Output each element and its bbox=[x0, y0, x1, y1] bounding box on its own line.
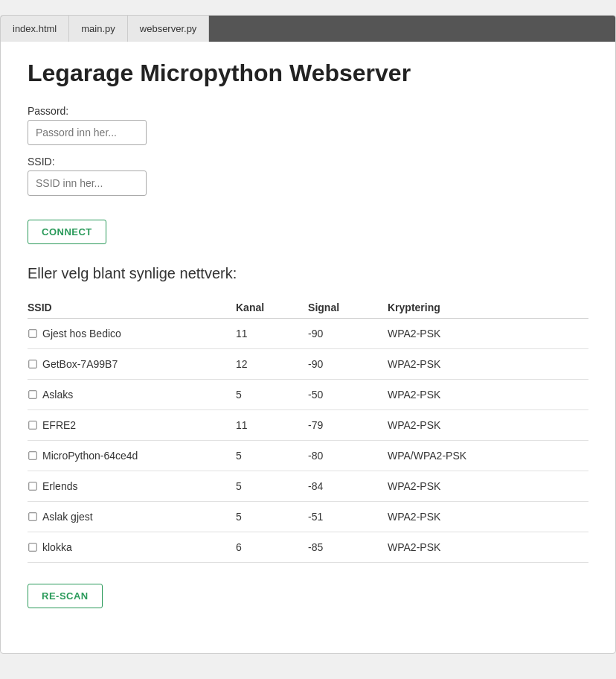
browser-window: index.html main.py webserver.py Legarage… bbox=[0, 15, 616, 654]
wifi-icon bbox=[28, 542, 38, 552]
network-encryption: WPA2-PSK bbox=[388, 349, 588, 380]
tab-main-py[interactable]: main.py bbox=[69, 16, 128, 42]
network-ssid-cell: klokka bbox=[28, 532, 236, 563]
wifi-icon bbox=[28, 359, 38, 369]
network-channel: 5 bbox=[236, 502, 308, 532]
wifi-icon bbox=[28, 420, 38, 430]
ssid-name: Erlends bbox=[42, 480, 77, 492]
wifi-icon bbox=[28, 481, 38, 491]
svg-rect-7 bbox=[29, 543, 37, 552]
wifi-icon bbox=[28, 328, 38, 339]
network-ssid-cell: GetBox-7A99B7 bbox=[28, 349, 236, 380]
ssid-name: Aslaks bbox=[42, 389, 73, 401]
ssid-input[interactable] bbox=[28, 170, 147, 196]
table-row[interactable]: Aslak gjest 5-51WPA2-PSK bbox=[28, 502, 588, 532]
network-encryption: WPA/WPA2-PSK bbox=[388, 441, 588, 471]
network-signal: -85 bbox=[308, 532, 388, 563]
network-encryption: WPA2-PSK bbox=[388, 532, 588, 563]
wifi-icon bbox=[28, 511, 38, 522]
network-channel: 5 bbox=[236, 441, 308, 471]
network-channel: 12 bbox=[236, 349, 308, 380]
network-signal: -80 bbox=[308, 441, 388, 471]
rescan-button[interactable]: RE-SCAN bbox=[28, 584, 103, 608]
col-header-encryption: Kryptering bbox=[388, 297, 588, 319]
tab-webserver-py[interactable]: webserver.py bbox=[128, 16, 210, 42]
table-row[interactable]: MicroPython-64ce4d 5-80WPA/WPA2-PSK bbox=[28, 441, 588, 471]
network-channel: 5 bbox=[236, 471, 308, 502]
wifi-icon bbox=[28, 389, 38, 400]
network-signal: -90 bbox=[308, 319, 388, 349]
table-row[interactable]: EFRE2 11-79WPA2-PSK bbox=[28, 410, 588, 441]
network-encryption: WPA2-PSK bbox=[388, 410, 588, 441]
network-encryption: WPA2-PSK bbox=[388, 471, 588, 502]
network-ssid-cell: Gjest hos Bedico bbox=[28, 319, 236, 349]
network-channel: 11 bbox=[236, 319, 308, 349]
networks-table: SSID Kanal Signal Kryptering Gjest hos B… bbox=[28, 297, 588, 563]
ssid-group: SSID: bbox=[28, 156, 588, 196]
connect-button[interactable]: CONNECT bbox=[28, 220, 106, 244]
section-heading: Eller velg blant synlige nettverk: bbox=[28, 265, 588, 282]
ssid-name: EFRE2 bbox=[42, 419, 76, 431]
ssid-name: klokka bbox=[42, 541, 72, 553]
svg-rect-1 bbox=[29, 360, 37, 369]
svg-rect-5 bbox=[29, 482, 37, 491]
network-ssid-cell: MicroPython-64ce4d bbox=[28, 441, 236, 471]
svg-rect-4 bbox=[29, 452, 37, 460]
network-signal: -84 bbox=[308, 471, 388, 502]
network-ssid-cell: EFRE2 bbox=[28, 410, 236, 441]
ssid-name: MicroPython-64ce4d bbox=[42, 450, 138, 462]
ssid-name: Gjest hos Bedico bbox=[42, 328, 121, 340]
ssid-name: Aslak gjest bbox=[42, 511, 93, 523]
page-title: Legarage Micropython Webserver bbox=[28, 60, 588, 87]
network-signal: -90 bbox=[308, 349, 388, 380]
col-header-signal: Signal bbox=[308, 297, 388, 319]
table-row[interactable]: Erlends 5-84WPA2-PSK bbox=[28, 471, 588, 502]
wifi-icon bbox=[28, 450, 38, 461]
network-ssid-cell: Aslaks bbox=[28, 380, 236, 410]
col-header-channel: Kanal bbox=[236, 297, 308, 319]
tab-index-html[interactable]: index.html bbox=[1, 16, 69, 42]
network-signal: -79 bbox=[308, 410, 388, 441]
svg-rect-2 bbox=[29, 391, 37, 399]
password-group: Passord: bbox=[28, 105, 588, 145]
ssid-name: GetBox-7A99B7 bbox=[42, 358, 118, 370]
network-signal: -50 bbox=[308, 380, 388, 410]
network-encryption: WPA2-PSK bbox=[388, 502, 588, 532]
password-input[interactable] bbox=[28, 120, 147, 145]
svg-rect-0 bbox=[29, 330, 37, 338]
network-ssid-cell: Erlends bbox=[28, 471, 236, 502]
network-channel: 6 bbox=[236, 532, 308, 563]
network-signal: -51 bbox=[308, 502, 388, 532]
table-row[interactable]: Aslaks 5-50WPA2-PSK bbox=[28, 380, 588, 410]
tab-bar: index.html main.py webserver.py bbox=[1, 16, 615, 42]
svg-rect-3 bbox=[29, 421, 37, 430]
table-row[interactable]: klokka 6-85WPA2-PSK bbox=[28, 532, 588, 563]
network-ssid-cell: Aslak gjest bbox=[28, 502, 236, 532]
page-content: Legarage Micropython Webserver Passord: … bbox=[1, 42, 615, 653]
network-encryption: WPA2-PSK bbox=[388, 380, 588, 410]
table-row[interactable]: Gjest hos Bedico 11-90WPA2-PSK bbox=[28, 319, 588, 349]
network-channel: 11 bbox=[236, 410, 308, 441]
col-header-ssid: SSID bbox=[28, 297, 236, 319]
password-label: Passord: bbox=[28, 105, 588, 117]
svg-rect-6 bbox=[29, 513, 37, 521]
table-row[interactable]: GetBox-7A99B7 12-90WPA2-PSK bbox=[28, 349, 588, 380]
ssid-label: SSID: bbox=[28, 156, 588, 168]
table-header-row: SSID Kanal Signal Kryptering bbox=[28, 297, 588, 319]
network-encryption: WPA2-PSK bbox=[388, 319, 588, 349]
network-channel: 5 bbox=[236, 380, 308, 410]
